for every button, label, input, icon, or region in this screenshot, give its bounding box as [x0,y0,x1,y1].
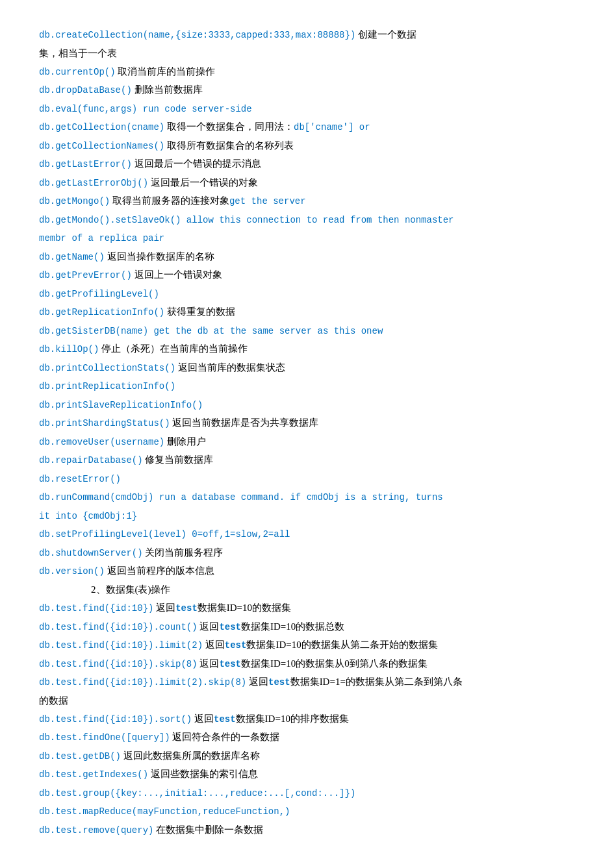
code-text: db.getSisterDB(name) [39,326,148,336]
plain-text: 返回些数据集的索引信息 [148,769,258,779]
code-text: db.printCollectionStats() [39,363,175,373]
plain-text: 返回 [203,639,225,650]
content-line: db.printSlaveReplicationInfo() [39,396,575,414]
code-text: db.getReplicationInfo() [39,307,164,317]
code-text: db.removeUser(username) [39,437,164,447]
plain-text: 数据集ID=10的数据总数 [241,621,344,632]
content-line: 集，相当于一个表 [39,45,575,62]
content-line: db.printShardingStatus() 返回当前数据库是否为共享数据库 [39,414,575,432]
plain-text: 数据集ID=1=的数据集从第二条到第八条 [290,676,463,687]
code-bold-text: test [214,714,236,725]
code-text: db.test.remove(query) [39,825,153,836]
content-line: db.killOp() 停止（杀死）在当前库的当前操作 [39,340,575,358]
code-text: db.test.find({id:10}).sort() [39,714,192,725]
code-text: db.getLastError() [39,159,132,169]
plain-text: 的数据 [39,695,68,706]
code-text: db.test.getDB() [39,751,121,762]
plain-text: 返回最后一个错误的提示消息 [132,158,261,169]
code-text: db.dropDataBase() [39,85,132,95]
code-text: get the server [229,196,306,206]
section-title: 2、数据集(表)操作 [91,584,171,595]
content-line: db.printCollectionStats() 返回当前库的数据集状态 [39,359,575,377]
content-line: db.getSisterDB(name) get the db at the s… [39,322,575,340]
plain-text: 数据集ID=10的数据集从第二条开始的数据集 [246,639,437,650]
code-text: db.getCollection(cname) [39,122,164,132]
content-line: db.printReplicationInfo() [39,377,575,395]
content-line: db.getName() 返回当操作数据库的名称 [39,248,575,266]
content-line: db.test.find({id:10}).limit(2) 返回test数据集… [39,636,575,654]
code-text: db.currentOp() [39,67,116,77]
code-text: db.killOp() [39,344,99,354]
content-line: db.test.find({id:10}).count() 返回test数据集I… [39,618,575,636]
content-line: db.createCollection(name,{size:3333,capp… [39,26,575,43]
plain-text: 创建一个数据 [355,29,416,40]
plain-text: 返回 [153,602,175,613]
code-text: db.getPrevError() [39,270,132,280]
content-line: db.runCommand(cmdObj) run a database com… [39,488,575,506]
content-line: db.shutdownServer() 关闭当前服务程序 [39,544,575,562]
content-line: db.test.remove(query) 在数据集中删除一条数据 [39,821,575,839]
code-text: db.printShardingStatus() [39,418,170,428]
content-line: 2、数据集(表)操作 [39,581,575,598]
content-line: db.test.find({id:10}).limit(2).skip(8) 返… [39,673,575,691]
code-text: db.getMondo().setSlaveOk() [39,215,181,225]
content-line: db.getPrevError() 返回上一个错误对象 [39,266,575,284]
content-line: db.test.getDB() 返回此数据集所属的数据库名称 [39,747,575,765]
plain-text: 取消当前库的当前操作 [116,66,216,77]
main-content: db.createCollection(name,{size:3333,capp… [39,26,575,838]
content-line: db.getLastErrorObj() 返回最后一个错误的对象 [39,174,575,192]
plain-text: 返回 [192,713,214,724]
content-line: db.getCollection(cname) 取得一个数据集合，同用法：db[… [39,118,575,136]
content-line: db.getCollectionNames() 取得所有数据集合的名称列表 [39,137,575,155]
code-bold-text: test [219,622,241,632]
code-bold-text: test [175,603,198,614]
content-line: db.removeUser(username) 删除用户 [39,433,575,451]
content-line: db.test.group({key:...,initial:...,reduc… [39,784,575,802]
code-text: db['cname'] or [294,122,370,132]
content-line: 的数据 [39,692,575,709]
content-line: db.getMondo().setSlaveOk() allow this co… [39,211,575,229]
content-line: db.eval(func,args) run code server-side [39,100,575,118]
plain-text: 返回当前程序的版本信息 [105,565,214,576]
code-text: get the db at the same server as this on… [148,326,383,336]
content-line: db.test.findOne([query]) 返回符合条件的一条数据 [39,728,575,746]
content-line: db.test.mapReduce(mayFunction,reduceFunc… [39,802,575,820]
plain-text: 返回当操作数据库的名称 [105,251,214,262]
code-text: db.version() [39,566,105,577]
code-bold-text: test [268,677,290,688]
plain-text: 返回当前库的数据集状态 [175,362,285,373]
content-line: db.setProfilingLevel(level) 0=off,1=slow… [39,525,575,543]
code-text: db.runCommand(cmdObj) [39,492,153,502]
code-bold-text: test [219,659,241,669]
content-line: db.getProfilingLevel() [39,285,575,303]
code-text: db.printSlaveReplicationInfo() [39,400,203,410]
code-text: db.getName() [39,252,105,262]
plain-text: 数据集ID=10的排序数据集 [236,713,349,724]
content-line: membr of a replica pair [39,229,575,247]
plain-text: 关闭当前服务程序 [143,547,224,558]
content-line: db.test.getIndexes() 返回些数据集的索引信息 [39,765,575,783]
content-line: db.test.find({id:10}).skip(8) 返回test数据集I… [39,655,575,673]
plain-text: 数据集ID=10的数据集 [198,602,291,613]
code-text: db.shutdownServer() [39,548,143,558]
plain-text: 返回 [198,658,220,669]
code-text: db.getProfilingLevel() [39,289,159,299]
content-line: db.getMongo() 取得当前服务器的连接对象get the server [39,192,575,210]
code-text: db.test.find({id:10}).count() [39,622,198,632]
code-text: db.getCollectionNames() [39,141,164,151]
code-text: db.createCollection(name,{size:3333,capp… [39,30,355,40]
plain-text: 删除用户 [164,436,206,447]
plain-text: 返回最后一个错误的对象 [148,177,258,188]
content-line: db.repairDatabase() 修复当前数据库 [39,451,575,469]
content-line: db.getLastError() 返回最后一个错误的提示消息 [39,155,575,173]
content-line: it into {cmdObj:1} [39,507,575,525]
code-text: db.test.findOne([query]) [39,732,170,743]
plain-text: 取得所有数据集合的名称列表 [164,140,294,151]
plain-text: 集，相当于一个表 [39,48,117,58]
code-text: 0=off,1=slow,2=all [186,529,290,539]
plain-text: 修复当前数据库 [143,454,214,465]
plain-text: 返回上一个错误对象 [132,269,222,280]
code-text: db.test.find({id:10}).limit(2).skip(8) [39,677,246,688]
code-text: run a database command. if cmdObj is a s… [153,492,442,502]
plain-text: 在数据集中删除一条数据 [153,825,263,835]
